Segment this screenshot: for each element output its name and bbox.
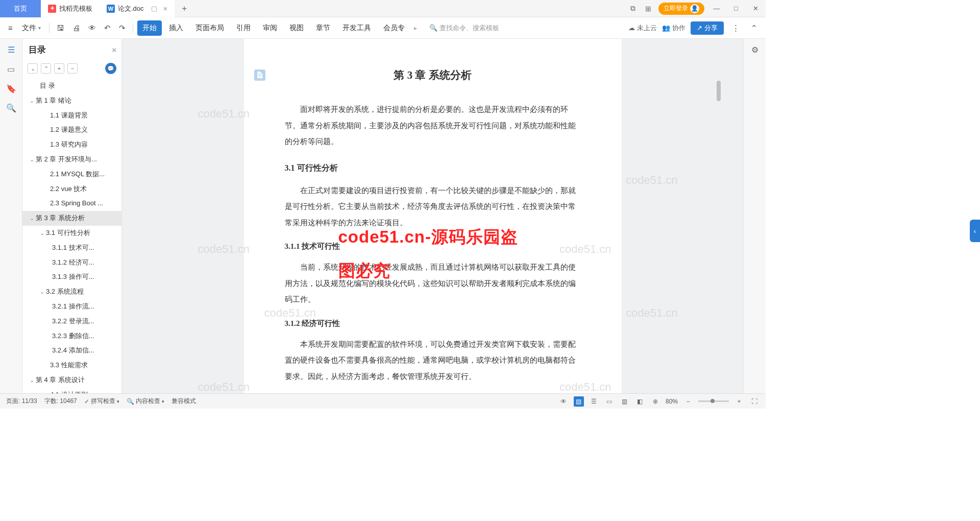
- expand-all-icon[interactable]: ⌃: [41, 63, 51, 74]
- toc-item[interactable]: 3.2.4 添加信...: [22, 343, 121, 358]
- toc-item[interactable]: ⌄第 1 章 绪论: [22, 93, 121, 108]
- hamburger-icon[interactable]: ≡: [5, 21, 16, 34]
- toc-item[interactable]: 4.1 设计原则: [22, 388, 121, 393]
- page-marker-icon[interactable]: 📄: [254, 69, 265, 81]
- cloud-status[interactable]: ☁未上云: [628, 23, 657, 33]
- layout-icon[interactable]: ⧉: [628, 4, 638, 14]
- view-page-icon[interactable]: ▤: [574, 396, 584, 407]
- toc-item[interactable]: 3.2.1 操作流...: [22, 299, 121, 314]
- toc-item[interactable]: 3.3 性能需求: [22, 358, 121, 373]
- toc-item[interactable]: 2.1 MYSQL 数据...: [22, 167, 121, 182]
- nav-bookmark-icon[interactable]: 🔖: [6, 83, 17, 94]
- zoom-level[interactable]: 80%: [666, 398, 678, 405]
- tab-template[interactable]: ✦ 找稻壳模板: [41, 0, 100, 17]
- toc-label: 3.2.2 登录流...: [52, 317, 94, 325]
- toc-item[interactable]: 1.3 研究内容: [22, 137, 121, 152]
- close-button[interactable]: ✕: [748, 2, 763, 16]
- maximize-button[interactable]: □: [729, 2, 743, 16]
- menu-devtools[interactable]: 开发工具: [337, 20, 376, 36]
- view-focus-icon[interactable]: ◧: [635, 396, 645, 407]
- avatar-icon: 👤: [690, 4, 699, 13]
- menu-start[interactable]: 开始: [137, 20, 162, 36]
- redo-icon[interactable]: ↷: [116, 21, 129, 35]
- nav-settings-icon[interactable]: ⚙: [749, 44, 761, 55]
- collab-button[interactable]: 👥协作: [662, 23, 685, 33]
- menu-reference[interactable]: 引用: [231, 20, 256, 36]
- toc-item[interactable]: 2.3 Spring Boot ...: [22, 196, 121, 211]
- undo-icon[interactable]: ↶: [101, 21, 114, 35]
- view-outline-icon[interactable]: ☰: [589, 396, 599, 407]
- remove-icon[interactable]: −: [67, 63, 78, 74]
- zoom-out-icon[interactable]: −: [683, 396, 693, 407]
- tab-document[interactable]: W 论文.doc ▢ ×: [100, 0, 175, 17]
- toc-label: 3.1.1 技术可...: [52, 244, 94, 251]
- zoom-thumb[interactable]: [710, 399, 715, 403]
- page-indicator[interactable]: 页面: 11/33: [6, 397, 37, 406]
- tab-screen-icon[interactable]: ▢: [151, 5, 157, 12]
- save-icon[interactable]: 🖫: [54, 21, 67, 34]
- minimize-button[interactable]: —: [709, 2, 724, 16]
- toc-item[interactable]: 3.1.3 操作可...: [22, 270, 121, 285]
- compat-mode[interactable]: 兼容模式: [172, 397, 196, 406]
- watermark: code51.cn: [198, 103, 250, 125]
- chevron-down-icon: ⌄: [30, 376, 35, 385]
- nav-search-icon[interactable]: 🔍: [6, 102, 17, 113]
- collapse-all-icon[interactable]: ⌄: [28, 63, 38, 74]
- menu-more-icon[interactable]: ▸: [412, 25, 419, 32]
- toc-item[interactable]: 3.2.3 删除信...: [22, 329, 121, 344]
- zoom-in-icon[interactable]: +: [734, 396, 744, 407]
- fullscreen-icon[interactable]: ⛶: [749, 396, 760, 407]
- new-tab-button[interactable]: +: [175, 4, 194, 14]
- separator: [49, 23, 50, 33]
- chat-icon[interactable]: 💬: [105, 63, 116, 74]
- preview-icon[interactable]: 👁: [85, 21, 99, 34]
- view-read-icon[interactable]: ▭: [604, 396, 615, 407]
- more-icon[interactable]: ⋮: [729, 21, 743, 35]
- menu-member[interactable]: 会员专: [378, 20, 410, 36]
- search-icon: 🔍: [429, 24, 437, 32]
- menu-review[interactable]: 审阅: [258, 20, 282, 36]
- document-area[interactable]: 📄 code51.cn code51.cn code51.cn code51.c…: [122, 39, 743, 393]
- toc-item[interactable]: ⌄第 2 章 开发环境与...: [22, 152, 121, 167]
- toc-item[interactable]: ⌄第 3 章 系统分析: [22, 211, 121, 226]
- command-search[interactable]: 🔍 查找命令、搜索模板: [425, 21, 503, 35]
- toc-item[interactable]: 3.1.1 技术可...: [22, 241, 121, 255]
- toc-item[interactable]: 3.2.2 登录流...: [22, 314, 121, 329]
- file-menu[interactable]: 文件 ▾: [18, 21, 45, 35]
- toc-item[interactable]: ⌄3.2 系统流程: [22, 285, 121, 299]
- check-icon: 🔍: [127, 398, 134, 405]
- nav-pages-icon[interactable]: ▭: [6, 63, 17, 75]
- view-web-icon[interactable]: ▥: [620, 396, 630, 407]
- zoom-slider[interactable]: [698, 400, 729, 402]
- scrollbar[interactable]: [715, 80, 722, 378]
- content-check-button[interactable]: 🔍内容检查 ▾: [127, 397, 164, 406]
- menu-view[interactable]: 视图: [284, 20, 309, 36]
- tab-home[interactable]: 首页: [0, 0, 41, 17]
- share-button[interactable]: ↗分享: [691, 21, 724, 35]
- apps-icon[interactable]: ⊞: [643, 4, 653, 14]
- spellcheck-button[interactable]: ✓拼写检查 ▾: [84, 397, 119, 406]
- paragraph: 面对即将开发的系统，进行提前的分析是必要的。这也是开发流程中必须有的环节。通常分…: [285, 101, 581, 150]
- toc-item[interactable]: 目 录: [22, 79, 121, 93]
- word-count[interactable]: 字数: 10467: [44, 397, 77, 406]
- toc-item[interactable]: ⌄第 4 章 系统设计: [22, 373, 121, 388]
- tab-close-icon[interactable]: ×: [163, 4, 168, 13]
- eye-icon[interactable]: 👁: [558, 396, 569, 407]
- scroll-thumb[interactable]: [717, 81, 721, 101]
- toc-item[interactable]: 2.2 vue 技术: [22, 182, 121, 197]
- chevron-down-icon: ⌄: [30, 214, 35, 223]
- toc-item[interactable]: 1.2 课题意义: [22, 123, 121, 137]
- menu-layout[interactable]: 页面布局: [190, 20, 229, 36]
- toc-item[interactable]: 1.1 课题背景: [22, 108, 121, 123]
- toc-item[interactable]: ⌄3.1 可行性分析: [22, 226, 121, 241]
- sidebar-close-icon[interactable]: ×: [112, 45, 116, 54]
- print-icon[interactable]: 🖨: [69, 21, 83, 34]
- zoom-dropdown-icon[interactable]: ⊕: [650, 396, 660, 407]
- menu-insert[interactable]: 插入: [164, 20, 188, 36]
- add-icon[interactable]: +: [54, 63, 64, 74]
- collapse-icon[interactable]: ⌃: [748, 21, 761, 35]
- nav-outline-icon[interactable]: ☰: [6, 44, 17, 55]
- menu-chapter[interactable]: 章节: [311, 20, 335, 36]
- toc-item[interactable]: 3.1.2 经济可...: [22, 255, 121, 270]
- login-button[interactable]: 立即登录 👤: [658, 3, 704, 15]
